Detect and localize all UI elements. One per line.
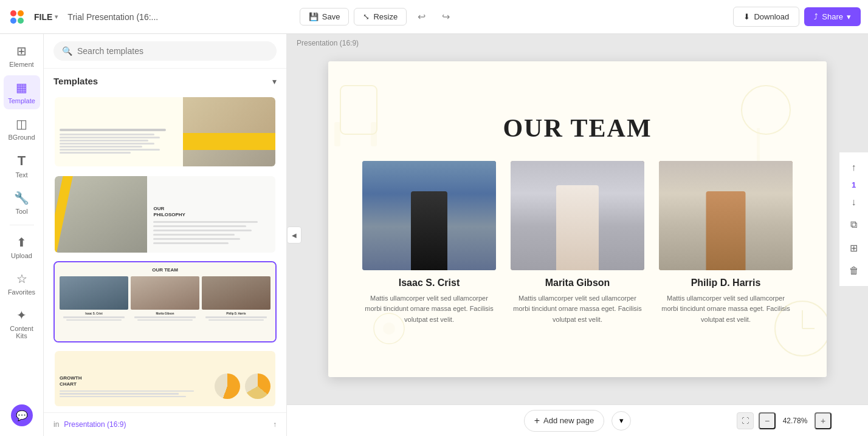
template-card-3[interactable]: OUR TEAM Isaac S. Crist Marita xyxy=(53,261,277,342)
canvas-label: Presentation (16:9) xyxy=(297,39,359,47)
template-card-4[interactable]: GROWTHCHART xyxy=(53,350,277,407)
team-member-3: Philip D. Harris Mattis ullamcorper veli… xyxy=(659,161,793,325)
templates-list: OURPHILOSOPHY OUR TEAM xyxy=(44,91,286,412)
sidebar-item-favorites[interactable]: ☆ Favorites xyxy=(4,267,40,301)
upload-icon: ⬆ xyxy=(16,235,27,250)
resize-button[interactable]: ⤡ Resize xyxy=(354,8,407,26)
templates-collapse-icon[interactable]: ▾ xyxy=(272,77,277,86)
download-icon: ⬇ xyxy=(743,12,750,21)
svg-point-3 xyxy=(18,18,24,24)
team-photo-2 xyxy=(511,161,644,270)
topbar-right: ⬇ Download ⤴ Share ▾ xyxy=(733,7,861,27)
file-chevron-icon: ▾ xyxy=(55,13,58,20)
fullscreen-icon: ⛶ xyxy=(742,417,749,425)
sidebar-item-template[interactable]: ▦ Template xyxy=(4,75,40,109)
move-down-button[interactable]: ↓ xyxy=(843,192,865,213)
footer-presentation-link[interactable]: Presentation (16:9) xyxy=(64,420,126,429)
undo-icon: ↩ xyxy=(418,11,425,22)
search-input[interactable] xyxy=(77,46,268,56)
template-card-1[interactable] xyxy=(53,96,277,168)
sidebar-item-text[interactable]: T Text xyxy=(4,148,40,183)
sidebar-item-element[interactable]: ⊞ Element xyxy=(4,39,40,73)
slide-title: OUR TEAM xyxy=(353,114,802,143)
move-up-button[interactable]: ↑ xyxy=(843,157,865,178)
document-title[interactable]: Trial Presentation (16:... xyxy=(67,12,158,22)
templates-title: Templates xyxy=(53,76,98,86)
team-desc-3: Mattis ullamcorper velit sed ullamcorper… xyxy=(659,293,793,325)
delete-button[interactable]: 🗑 xyxy=(843,261,865,281)
template-card-2[interactable]: OURPHILOSOPHY xyxy=(53,175,277,254)
zoom-in-button[interactable]: + xyxy=(815,412,832,429)
topbar: FILE ▾ Trial Presentation (16:... 💾 Save… xyxy=(0,0,868,34)
share-icon: ⤴ xyxy=(814,12,818,21)
template-panel: 🔍 Templates ▾ xyxy=(44,34,287,436)
team-desc-2: Mattis ullamcorper velit sed ullamcorper… xyxy=(511,293,644,325)
add-page-button[interactable]: + Add new page xyxy=(524,410,604,432)
element-icon: ⊞ xyxy=(16,44,27,58)
text-icon: T xyxy=(18,153,26,169)
template-icon: ▦ xyxy=(16,80,27,95)
share-button[interactable]: ⤴ Share ▾ xyxy=(804,7,861,26)
sidebar-divider xyxy=(10,225,34,225)
team-member-1: Isaac S. Crist Mattis ullamcorper velit … xyxy=(362,161,496,325)
copy-button[interactable]: ⧉ xyxy=(843,215,865,236)
search-bar: 🔍 xyxy=(44,34,286,69)
sidebar-item-upload[interactable]: ⬆ Upload xyxy=(4,230,40,264)
zoom-level: 42.78% xyxy=(780,417,810,425)
tool-icon: 🔧 xyxy=(14,191,29,205)
slide-team: Isaac S. Crist Mattis ullamcorper velit … xyxy=(353,161,802,325)
zoom-out-button[interactable]: − xyxy=(759,412,776,429)
content-kits-icon: ✦ xyxy=(16,308,27,322)
footer-up-icon[interactable]: ↑ xyxy=(273,420,277,429)
topbar-actions: 💾 Save ⤡ Resize ↩ ↪ xyxy=(300,7,455,27)
file-menu[interactable]: FILE ▾ xyxy=(34,12,58,22)
fullscreen-button[interactable]: ⛶ xyxy=(737,412,754,429)
sidebar-item-tool[interactable]: 🔧 Tool xyxy=(4,186,40,220)
undo-button[interactable]: ↩ xyxy=(412,7,431,27)
download-button[interactable]: ⬇ Download xyxy=(733,7,799,27)
right-tools: ↑ 1 ↓ ⧉ ⊞ 🗑 xyxy=(839,152,868,286)
templates-header: Templates ▾ xyxy=(44,69,286,91)
redo-icon: ↪ xyxy=(442,11,450,22)
bground-icon: ◫ xyxy=(16,117,27,131)
icon-sidebar: ⊞ Element ▦ Template ◫ BGround T Text 🔧 … xyxy=(0,34,44,436)
dropdown-chevron-icon: ▾ xyxy=(619,416,624,425)
team-name-2: Marita Gibson xyxy=(545,278,610,288)
team-name-1: Isaac S. Crist xyxy=(399,278,460,288)
sidebar-bottom: 💬 xyxy=(11,404,33,431)
main-content: ⊞ Element ▦ Template ◫ BGround T Text 🔧 … xyxy=(0,34,868,436)
slide-content: OUR TEAM Isaac S. Crist Mattis ullamcorp… xyxy=(328,95,827,344)
team-name-3: Philip D. Harris xyxy=(691,278,761,288)
svg-point-0 xyxy=(10,10,16,16)
add-page-dropdown-button[interactable]: ▾ xyxy=(611,411,631,431)
chat-button[interactable]: 💬 xyxy=(11,404,33,426)
bottom-bar: + Add new page ▾ ⛶ − 42.78% + xyxy=(287,404,868,436)
search-wrapper: 🔍 xyxy=(53,41,277,61)
zoom-out-icon: − xyxy=(765,416,770,426)
team-desc-1: Mattis ullamcorper velit sed ullamcorper… xyxy=(362,293,496,325)
canvas-wrapper: ↑ 1 ↓ ⧉ ⊞ 🗑 xyxy=(287,34,868,404)
panel-collapse-button[interactable]: ◀ xyxy=(287,227,301,244)
svg-point-2 xyxy=(10,18,16,24)
duplicate-button[interactable]: ⊞ xyxy=(843,237,865,258)
page-number: 1 xyxy=(852,180,856,189)
canvas-area: Presentation (16:9) ◀ ↑ 1 ↓ ⧉ ⊞ 🗑 xyxy=(287,34,868,436)
resize-icon: ⤡ xyxy=(363,12,370,21)
template-panel-footer: in Presentation (16:9) ↑ xyxy=(44,412,286,436)
redo-button[interactable]: ↪ xyxy=(436,7,455,27)
slide-container: OUR TEAM Isaac S. Crist Mattis ullamcorp… xyxy=(328,61,827,377)
team-photo-3 xyxy=(659,161,793,270)
add-page-plus-icon: + xyxy=(534,415,540,426)
share-chevron-icon: ▾ xyxy=(847,12,851,21)
save-button[interactable]: 💾 Save xyxy=(300,8,350,26)
app-logo[interactable] xyxy=(7,7,27,27)
team-member-2: Marita Gibson Mattis ullamcorper velit s… xyxy=(511,161,644,325)
favorites-icon: ☆ xyxy=(16,271,27,286)
zoom-in-icon: + xyxy=(821,416,825,426)
team-photo-1 xyxy=(362,161,496,270)
sidebar-item-bground[interactable]: ◫ BGround xyxy=(4,112,40,146)
search-icon: 🔍 xyxy=(62,46,72,56)
zoom-controls: ⛶ − 42.78% + xyxy=(737,412,832,429)
svg-point-1 xyxy=(18,10,24,16)
sidebar-item-content-kits[interactable]: ✦ Content Kits xyxy=(4,303,40,344)
